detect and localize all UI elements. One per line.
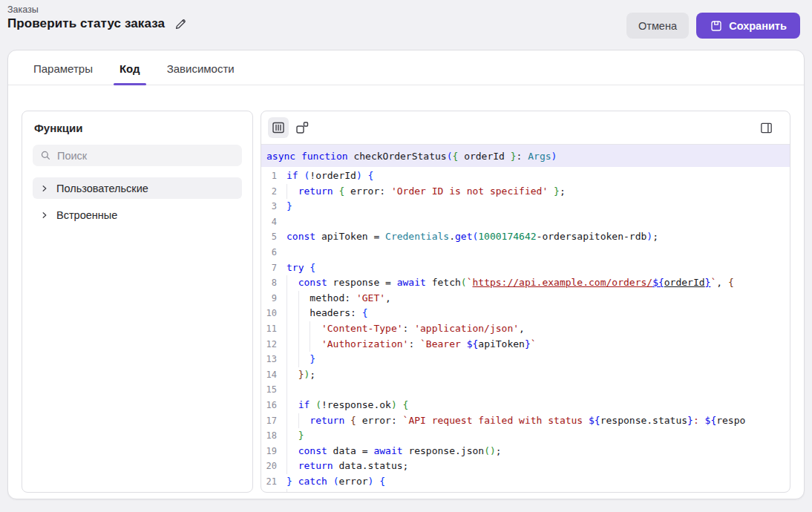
code-line[interactable]: 14 });	[261, 367, 790, 383]
code-token: orderId	[664, 277, 705, 288]
indent-guide	[287, 428, 287, 444]
code-token	[287, 445, 298, 456]
code-line[interactable]: 12 'Authorization': `Bearer ${apiToken}`	[261, 337, 790, 352]
code-line[interactable]: 2 return { error: 'Order ID is not speci…	[261, 184, 790, 200]
code-token: if	[287, 170, 298, 181]
code-line[interactable]: 22 console.error('Fetch error:', error);	[261, 489, 790, 492]
code-token: {	[310, 262, 315, 273]
code-text: }	[287, 428, 790, 444]
code-token: }	[554, 186, 560, 197]
indent-guide	[287, 444, 287, 459]
code-text: method: 'GET',	[287, 291, 790, 306]
code-token	[287, 460, 298, 471]
code-line[interactable]: 21} catch (error) {	[261, 474, 790, 490]
code-line[interactable]: 11 'Content-Type': 'application/json',	[261, 321, 790, 337]
indent-guide	[287, 413, 287, 429]
code-token	[287, 186, 298, 197]
code-text: const response = await fetch(`https://ap…	[287, 275, 790, 291]
group-user-functions[interactable]: Пользовательские	[33, 177, 242, 199]
code-token: :	[693, 415, 705, 426]
save-button[interactable]: Сохранить	[696, 13, 800, 39]
code-token: orderId	[458, 151, 510, 162]
code-line[interactable]: 10 headers: {	[261, 306, 790, 321]
code-token: ${	[589, 415, 600, 426]
tab-code[interactable]: Код	[114, 62, 146, 85]
code-token: await	[373, 445, 402, 456]
indent-guide	[298, 337, 299, 352]
code-token: const	[287, 231, 315, 242]
code-token: ,	[385, 292, 391, 303]
code-line[interactable]: 4	[261, 214, 790, 230]
code-token	[287, 430, 298, 441]
code-line[interactable]: 20 return data.status;	[261, 459, 790, 474]
code-line[interactable]: 13 }	[261, 352, 790, 367]
save-icon	[710, 19, 723, 33]
edit-title-button[interactable]	[174, 17, 188, 31]
code-token: function	[301, 151, 348, 162]
indent-guide	[310, 321, 310, 337]
blocks-button[interactable]	[292, 117, 312, 138]
code-token: 'application/json'	[414, 323, 519, 334]
code-token: Credentials	[385, 231, 449, 242]
code-line[interactable]: 6	[261, 245, 790, 260]
code-text	[287, 245, 790, 260]
line-number: 22	[261, 489, 287, 492]
line-number: 1	[261, 168, 287, 184]
code-line[interactable]: 18 }	[261, 428, 790, 444]
code-line[interactable]: 17 return { error: `API request failed w…	[261, 413, 790, 429]
code-token: try	[287, 262, 304, 273]
code-token: )	[646, 231, 652, 242]
code-token	[397, 399, 403, 410]
code-area[interactable]: 1if (!orderId) {2 return { error: 'Order…	[261, 167, 790, 492]
code-token: )	[551, 151, 557, 162]
code-text: console.error('Fetch error:', error);	[287, 489, 790, 492]
code-token: {	[350, 415, 356, 426]
code-token: error:	[344, 186, 391, 197]
code-text: });	[287, 367, 790, 383]
code-token: 'Fetch error:'	[379, 490, 461, 492]
search-input[interactable]	[57, 150, 235, 162]
toggle-right-panel-button[interactable]	[756, 117, 776, 138]
cancel-button[interactable]: Отмена	[626, 13, 689, 39]
code-line[interactable]: 9 method: 'GET',	[261, 291, 790, 306]
tab-parameters[interactable]: Параметры	[27, 62, 99, 85]
code-line[interactable]: 16 if (!response.ok) {	[261, 398, 790, 413]
code-token: response =	[327, 277, 397, 288]
save-button-label: Сохранить	[729, 20, 787, 32]
signature-line[interactable]: async function checkOrderStatus({ orderI…	[261, 145, 790, 167]
search-box[interactable]	[33, 145, 242, 166]
code-line[interactable]: 15	[261, 382, 790, 398]
tab-dependencies[interactable]: Зависимости	[161, 62, 240, 85]
code-token: ,	[519, 323, 525, 334]
indent-guide	[298, 352, 299, 367]
code-text: const data = await response.json();	[287, 444, 790, 459]
code-line[interactable]: 1if (!orderId) {	[261, 168, 790, 184]
code-text: } catch (error) {	[287, 474, 790, 490]
code-token	[310, 399, 315, 410]
code-line[interactable]: 5const apiToken = Credentials.get(100017…	[261, 229, 790, 245]
code-token	[287, 323, 321, 334]
code-token: error	[338, 476, 367, 487]
code-token	[295, 151, 301, 162]
indent-guide	[287, 367, 287, 383]
code-token: ;	[310, 369, 315, 380]
code-line[interactable]: 7try {	[261, 260, 790, 276]
indent-guide	[287, 184, 287, 200]
group-builtin-functions[interactable]: Встроенные	[33, 204, 242, 226]
line-number: 18	[261, 428, 287, 444]
code-line[interactable]: 8 const response = await fetch(`https://…	[261, 275, 790, 291]
code-token: respo	[716, 415, 745, 426]
code-line[interactable]: 19 const data = await response.json();	[261, 444, 790, 459]
main-card: Параметры Код Зависимости Функции	[7, 50, 805, 499]
blocks-icon	[295, 120, 310, 135]
indent-guide	[287, 382, 287, 398]
line-number: 19	[261, 444, 287, 459]
code-token: response.status	[600, 415, 687, 426]
functions-panel-title: Функции	[34, 122, 242, 134]
code-line[interactable]: 3}	[261, 199, 790, 214]
line-number: 9	[261, 291, 287, 306]
line-number: 13	[261, 352, 287, 367]
line-number: 12	[261, 337, 287, 352]
code-token: }	[511, 151, 517, 162]
view-columns-button[interactable]	[268, 117, 289, 138]
